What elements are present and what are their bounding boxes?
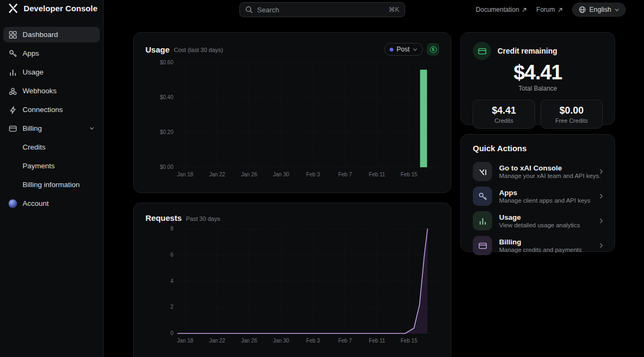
sidebar-item-label: Payments xyxy=(23,162,55,170)
svg-text:Jan 26: Jan 26 xyxy=(241,338,257,344)
free-credits-box: $0.00 Free Credits xyxy=(540,100,603,129)
quick-action-billing[interactable]: Billing Manage credits and payments xyxy=(461,233,614,258)
zap-icon xyxy=(9,106,17,114)
quick-action-go-to-xai-console[interactable]: Go to xAI Console Manage your xAI team a… xyxy=(461,159,614,184)
credit-card-icon xyxy=(473,236,492,255)
svg-text:Jan 22: Jan 22 xyxy=(209,338,225,344)
svg-text:Jan 30: Jan 30 xyxy=(273,172,289,177)
usage-cost-chart[interactable]: $0.00$0.20$0.40$0.60Jan 18Jan 22Jan 26Ja… xyxy=(145,59,440,185)
quick-action-apps[interactable]: Apps Manage client apps and API keys xyxy=(461,184,614,209)
svg-text:2: 2 xyxy=(170,304,173,310)
requests-card: Requests Past 30 days 02468Jan 18Jan 22J… xyxy=(133,203,451,357)
sidebar-item-label: Account xyxy=(23,199,49,207)
app-logo-home[interactable]: Developer Console xyxy=(8,3,98,13)
search-input[interactable] xyxy=(257,6,384,14)
svg-text:Jan 30: Jan 30 xyxy=(273,338,289,344)
svg-text:6: 6 xyxy=(170,252,173,258)
svg-text:$0.60: $0.60 xyxy=(160,59,173,65)
total-balance-value: $4.41 xyxy=(461,61,614,84)
svg-text:8: 8 xyxy=(170,226,173,232)
chevron-right-icon xyxy=(597,242,605,249)
credit-remaining-card: Credit remaining $4.41 Total Balance $4.… xyxy=(460,32,615,125)
sidebar-item-label: Dashboard xyxy=(23,31,58,39)
sidebar-item-billing-information[interactable]: Billing information xyxy=(3,177,100,192)
search-icon xyxy=(245,6,253,13)
svg-text:4: 4 xyxy=(170,278,173,284)
credits-box: $4.41 Credits xyxy=(473,100,535,129)
bar-chart-icon xyxy=(473,211,492,230)
chevron-right-icon xyxy=(597,217,605,225)
sidebar-item-payments[interactable]: Payments xyxy=(3,158,100,174)
svg-text:Jan 26: Jan 26 xyxy=(241,172,257,177)
svg-text:Jan 18: Jan 18 xyxy=(177,172,193,177)
sidebar-item-label: Usage xyxy=(23,68,43,76)
documentation-link[interactable]: Documentation xyxy=(476,6,527,13)
search-bar[interactable]: ⌘K xyxy=(239,2,405,17)
quick-action-title: Go to xAI Console xyxy=(499,164,590,172)
svg-text:Feb 15: Feb 15 xyxy=(400,172,418,177)
credits-value: $4.41 xyxy=(477,105,531,116)
svg-text:Feb 3: Feb 3 xyxy=(306,338,320,344)
svg-text:Feb 7: Feb 7 xyxy=(338,338,352,344)
quick-action-description: View detailed usage analytics xyxy=(499,222,590,228)
bar-chart-icon xyxy=(9,68,17,77)
sidebar-item-label: Billing xyxy=(23,124,42,132)
grid-icon xyxy=(9,31,17,39)
quick-action-title: Apps xyxy=(499,189,590,197)
sidebar-item-credits[interactable]: Credits xyxy=(3,139,100,155)
svg-text:Feb 15: Feb 15 xyxy=(400,338,418,344)
external-link-icon xyxy=(522,8,526,12)
svg-text:$0.20: $0.20 xyxy=(160,129,173,135)
topbar: Developer Console ⌘K Documentation Forum xyxy=(0,0,644,23)
chevron-down-icon xyxy=(89,127,94,130)
dollar-icon: $ xyxy=(430,46,437,53)
quick-actions-card: Quick Actions Go to xAI Console Manage y… xyxy=(460,134,615,252)
sidebar-item-webhooks[interactable]: Webhooks xyxy=(3,83,100,99)
search-shortcut: ⌘K xyxy=(389,6,399,13)
sidebar-item-label: Billing information xyxy=(23,181,80,189)
credits-label: Credits xyxy=(477,117,531,124)
chevron-right-icon xyxy=(597,192,605,200)
avatar xyxy=(9,199,17,208)
sidebar-nav: Dashboard Apps Usage Webhooks xyxy=(3,27,100,214)
sidebar-item-label: Webhooks xyxy=(23,87,57,95)
xai-logo-icon xyxy=(473,162,492,181)
language-selector[interactable]: English xyxy=(572,3,626,17)
sidebar-item-apps[interactable]: Apps xyxy=(3,46,100,61)
credit-card-icon xyxy=(9,124,17,133)
usage-card-subtitle: Cost (last 30 days) xyxy=(174,47,223,53)
chevron-down-icon xyxy=(614,8,619,12)
quick-actions-title: Quick Actions xyxy=(461,135,614,153)
credit-card-icon xyxy=(473,42,491,60)
sidebar-item-connections[interactable]: Connections xyxy=(3,102,100,117)
sidebar-item-usage[interactable]: Usage xyxy=(3,64,100,80)
sidebar-item-label: Apps xyxy=(23,49,39,57)
quick-action-usage[interactable]: Usage View detailed usage analytics xyxy=(461,209,614,233)
usage-card: Usage Cost (last 30 days) Post $ $0.00$0… xyxy=(133,32,451,193)
forum-link[interactable]: Forum xyxy=(536,6,562,13)
series-color-dot xyxy=(390,48,393,51)
requests-card-subtitle: Past 30 days xyxy=(186,215,221,222)
svg-text:Feb 11: Feb 11 xyxy=(369,172,385,177)
free-credits-value: $0.00 xyxy=(544,105,599,116)
svg-text:$0.00: $0.00 xyxy=(160,164,173,170)
globe-icon xyxy=(579,6,586,13)
series-selector-label: Post xyxy=(397,46,409,53)
x-logo-icon xyxy=(8,3,18,13)
cost-toggle-button[interactable]: $ xyxy=(427,43,439,55)
svg-text:Jan 22: Jan 22 xyxy=(209,172,225,177)
webhook-icon xyxy=(9,87,17,95)
sidebar-item-label: Connections xyxy=(23,106,63,114)
series-selector-dropdown[interactable]: Post xyxy=(384,43,423,56)
total-balance-label: Total Balance xyxy=(461,85,614,92)
sidebar-item-dashboard[interactable]: Dashboard xyxy=(3,27,100,42)
svg-text:$0.40: $0.40 xyxy=(160,94,173,100)
language-label: English xyxy=(589,6,611,13)
free-credits-label: Free Credits xyxy=(544,117,599,124)
usage-card-title: Usage xyxy=(145,45,170,54)
requests-chart[interactable]: 02468Jan 18Jan 22Jan 26Jan 30Feb 3Feb 7F… xyxy=(145,226,440,352)
sidebar-item-account[interactable]: Account xyxy=(3,196,100,211)
sidebar-item-label: Credits xyxy=(23,143,46,151)
key-icon xyxy=(473,187,492,206)
sidebar-item-billing[interactable]: Billing xyxy=(3,121,100,136)
